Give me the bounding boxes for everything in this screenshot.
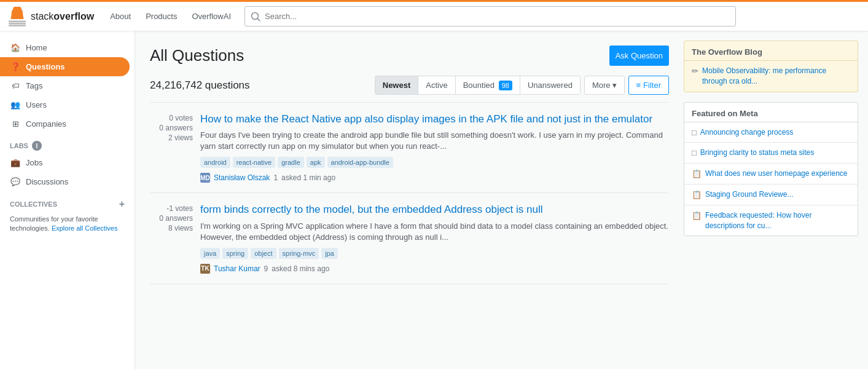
question-title[interactable]: form binds correctly to the model, but t… [200, 203, 669, 216]
tag[interactable]: spring-mvc [279, 248, 319, 259]
sidebar-item-tags[interactable]: 🏷 Tags [0, 76, 135, 95]
user-name-link[interactable]: Stanisław Olszak [214, 173, 270, 182]
logo-stack: stack [31, 11, 53, 22]
avatar: TK [200, 264, 210, 274]
page-header: All Questions Ask Question [150, 46, 669, 66]
meta-link[interactable]: Bringing clarity to status meta sites [700, 148, 814, 158]
labs-label: LABS [10, 142, 28, 149]
list-item: □ Announcing change process [684, 122, 858, 143]
tags-icon: 🏷 [10, 81, 21, 90]
tag[interactable]: react-native [233, 157, 275, 168]
users-icon: 👥 [10, 100, 21, 109]
filter-button[interactable]: ≡ Filter [628, 76, 669, 95]
search-input[interactable] [265, 12, 730, 21]
question-excerpt: I'm working on a Spring MVC application … [200, 221, 669, 243]
tab-bountied[interactable]: Bountied 98 [456, 76, 520, 94]
search-bar [244, 6, 736, 26]
svg-marker-3 [11, 10, 24, 18]
tags-row: android react-native gradle apk android-… [200, 157, 669, 168]
list-item: ✏ Mobile Observability: me performance t… [684, 61, 858, 92]
tag[interactable]: gradle [278, 157, 304, 168]
tab-unanswered[interactable]: Unanswered [520, 76, 580, 94]
topbar: stackoverflow About Products OverflowAI [0, 0, 868, 31]
filter-icon: ≡ [636, 81, 641, 90]
meta-link[interactable]: Staging Ground Reviewe... [705, 189, 793, 200]
sidebar-item-jobs[interactable]: 💼 Jobs [0, 153, 135, 172]
tag[interactable]: jpa [321, 248, 338, 259]
sidebar-item-companies-label: Companies [26, 119, 66, 129]
list-item: 📋 Feedback requested: How hover descript… [684, 205, 858, 236]
user-name-link[interactable]: Tushar Kumar [214, 264, 260, 273]
meta-section: Featured on Meta □ Announcing change pro… [684, 102, 858, 237]
home-icon: 🏠 [10, 43, 21, 52]
jobs-icon: 💼 [10, 158, 21, 167]
chevron-down-icon: ▾ [612, 81, 617, 90]
votes-stat: 0 votes [169, 114, 193, 122]
sidebar-item-questions-label: Questions [26, 62, 65, 71]
doc-icon: 📋 [692, 211, 702, 220]
meta-link[interactable]: Feedback requested: How hover descriptio… [705, 210, 850, 231]
table-row: -1 votes 0 answers 8 views form binds co… [150, 193, 669, 284]
tag[interactable]: android [200, 157, 230, 168]
labs-section-header: LABS i [0, 133, 135, 153]
tag[interactable]: java [200, 248, 220, 259]
question-body: form binds correctly to the model, but t… [200, 203, 669, 273]
more-button[interactable]: More ▾ [584, 76, 625, 95]
avatar: MD [200, 173, 210, 183]
list-item: □ Bringing clarity to status meta sites [684, 143, 858, 164]
tag[interactable]: spring [222, 248, 248, 259]
sidebar-item-companies[interactable]: ⊞ Companies [0, 114, 135, 133]
views-stat: 8 views [168, 224, 193, 232]
user-rep: 9 [264, 264, 268, 273]
question-meta: MD Stanisław Olszak 1 asked 1 min ago [200, 173, 669, 183]
nav-overflowai[interactable]: OverflowAI [186, 8, 237, 25]
logo[interactable]: stackoverflow [7, 7, 94, 26]
tab-active[interactable]: Active [418, 76, 455, 94]
list-item: 📋 What does new user homepage experience [684, 164, 858, 184]
page-title: All Questions [150, 46, 244, 65]
sidebar-item-jobs-label: Jobs [26, 158, 42, 167]
sidebar: 🏠 Home ❓ Questions 🏷 Tags 👥 Users ⊞ Comp… [0, 31, 135, 369]
sidebar-item-home[interactable]: 🏠 Home [0, 38, 135, 57]
tag[interactable]: object [251, 248, 276, 259]
sidebar-item-discussions-label: Discussions [26, 177, 68, 186]
main-content: All Questions Ask Question 24,216,742 qu… [135, 31, 684, 369]
chat-icon: □ [692, 148, 697, 157]
svg-marker-4 [12, 7, 22, 11]
nav-about[interactable]: About [104, 8, 137, 25]
collectives-add-icon[interactable]: + [119, 199, 125, 210]
doc-icon: 📋 [692, 169, 702, 178]
svg-rect-1 [9, 22, 26, 24]
tag[interactable]: android-app-bundle [327, 157, 393, 168]
nav-products[interactable]: Products [139, 8, 183, 25]
answers-stat: 0 answers [159, 124, 193, 132]
meta-link[interactable]: What does new user homepage experience [705, 169, 847, 179]
tags-row: java spring object spring-mvc jpa [200, 248, 669, 259]
asked-time: asked 1 min ago [281, 173, 335, 182]
labs-info-icon[interactable]: i [32, 141, 42, 151]
ask-question-button[interactable]: Ask Question [609, 46, 669, 66]
pencil-icon: ✏ [692, 66, 698, 76]
question-title[interactable]: How to make the React Native app also di… [200, 113, 669, 126]
svg-point-5 [252, 12, 259, 19]
tab-newest[interactable]: Newest [375, 76, 419, 94]
sidebar-item-discussions[interactable]: 💬 Discussions [0, 172, 135, 191]
blog-section-title: The Overflow Blog [684, 41, 858, 61]
sidebar-item-users[interactable]: 👥 Users [0, 95, 135, 114]
blog-link[interactable]: Mobile Observability: me performance thr… [702, 66, 850, 87]
answers-stat: 0 answers [159, 214, 193, 223]
meta-section-title: Featured on Meta [684, 103, 858, 122]
explore-collectives-link[interactable]: Explore all Collectives [52, 224, 118, 232]
questions-icon: ❓ [10, 62, 21, 71]
user-rep: 1 [273, 173, 278, 182]
questions-toolbar: 24,216,742 questions Newest Active Bount… [150, 76, 669, 95]
asked-time: asked 8 mins ago [272, 264, 329, 273]
collectives-section-header: COLLECTIVES + [0, 191, 135, 212]
views-stat: 2 views [168, 133, 193, 142]
tag[interactable]: apk [307, 157, 325, 168]
sidebar-item-questions[interactable]: ❓ Questions [0, 57, 130, 76]
votes-stat: -1 votes [166, 204, 193, 213]
table-row: 0 votes 0 answers 2 views How to make th… [150, 103, 669, 193]
meta-link[interactable]: Announcing change process [700, 127, 793, 138]
filter-bar: Newest Active Bountied 98 Unanswered Mor… [375, 76, 669, 95]
